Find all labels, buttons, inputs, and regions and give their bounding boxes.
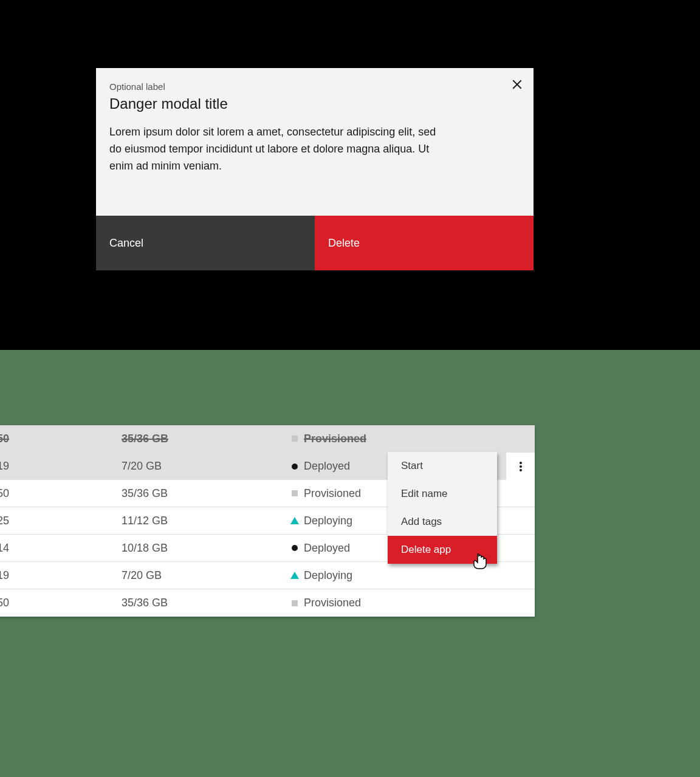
status-deployed-icon [292, 545, 298, 551]
overflow-item[interactable]: Edit name [388, 480, 497, 508]
modal-body-text: Lorem ipsum dolor sit lorem a amet, cons… [109, 123, 437, 174]
cell-col-b: 7/20 GB [122, 460, 286, 473]
data-table: 5/50 35/36 GB Provisioned 3/197/20 GBDep… [0, 425, 535, 617]
overflow-item-delete-app[interactable]: Delete app [388, 536, 497, 564]
table-row[interactable]: 5/5035/36 GBProvisioned [0, 589, 535, 617]
danger-modal: Optional label Danger modal title Lorem … [96, 68, 534, 270]
header-col-b: 35/36 GB [122, 433, 168, 445]
cell-status-label: Deploying [304, 569, 506, 582]
cancel-button[interactable]: Cancel [96, 216, 315, 270]
cell-col-b: 10/18 GB [122, 542, 286, 555]
cell-col-a: 5/50 [0, 487, 122, 500]
overflow-menu: StartEdit nameAdd tagsDelete app [388, 452, 497, 564]
overflow-item[interactable]: Start [388, 452, 497, 480]
header-status-label: Provisioned [304, 433, 366, 445]
status-deployed-icon [292, 464, 298, 470]
cell-status-label: Provisioned [304, 597, 506, 609]
cell-col-a: 5/50 [0, 597, 122, 609]
cell-col-a: 3/19 [0, 460, 122, 473]
header-col-a: 5/50 [0, 433, 9, 445]
table-row[interactable]: 3/197/20 GBDeploying [0, 562, 535, 589]
cell-col-b: 7/20 GB [122, 569, 286, 582]
delete-button[interactable]: Delete [315, 216, 534, 270]
close-icon[interactable] [508, 75, 526, 94]
overflow-menu-button[interactable] [506, 453, 535, 480]
cell-col-a: 3/19 [0, 569, 122, 582]
cell-col-b: 11/12 GB [122, 515, 286, 527]
cell-col-a: 2/14 [0, 542, 122, 555]
close-x-svg [512, 79, 523, 90]
modal-title: Danger modal title [109, 95, 519, 112]
status-deploying-icon [290, 517, 299, 524]
table-header: 5/50 35/36 GB Provisioned [0, 425, 535, 453]
status-provisioned-icon [286, 436, 304, 442]
status-provisioned-icon [292, 600, 298, 606]
modal-label: Optional label [109, 81, 519, 92]
cell-col-b: 35/36 GB [122, 487, 286, 500]
status-provisioned-icon [292, 490, 298, 496]
cell-col-b: 35/36 GB [122, 597, 286, 609]
status-deploying-icon [290, 572, 299, 579]
overflow-item[interactable]: Add tags [388, 508, 497, 536]
modal-footer: Cancel Delete [96, 216, 534, 270]
cell-col-a: 3/25 [0, 515, 122, 527]
